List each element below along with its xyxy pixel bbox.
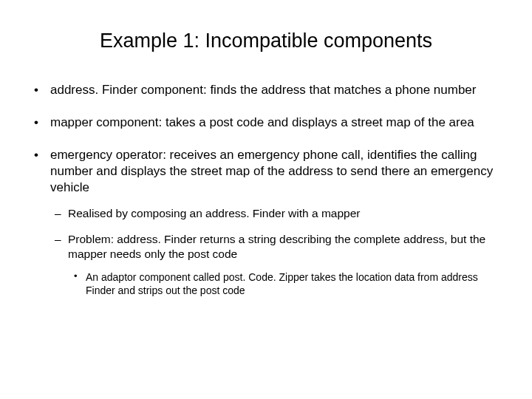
list-item: Realised by composing an address. Finder… (50, 206, 502, 221)
sub-bullet-list: Realised by composing an address. Finder… (50, 206, 502, 297)
main-bullet-list: address. Finder component: finds the add… (30, 82, 502, 297)
bullet-text: emergency operator: receives an emergenc… (50, 148, 493, 194)
sub-sub-bullet-text: An adaptor component called post. Code. … (86, 271, 478, 296)
list-item: emergency operator: receives an emergenc… (30, 147, 502, 297)
list-item: mapper component: takes a post code and … (30, 115, 502, 131)
list-item: An adaptor component called post. Code. … (68, 270, 502, 297)
list-item: Problem: address. Finder returns a strin… (50, 232, 502, 298)
bullet-text: address. Finder component: finds the add… (50, 83, 476, 97)
sub-sub-bullet-list: An adaptor component called post. Code. … (68, 270, 502, 297)
list-item: address. Finder component: finds the add… (30, 82, 502, 98)
sub-bullet-text: Realised by composing an address. Finder… (68, 207, 360, 219)
bullet-text: mapper component: takes a post code and … (50, 115, 474, 129)
sub-bullet-text: Problem: address. Finder returns a strin… (68, 233, 485, 260)
slide-title: Example 1: Incompatible components (30, 30, 502, 52)
